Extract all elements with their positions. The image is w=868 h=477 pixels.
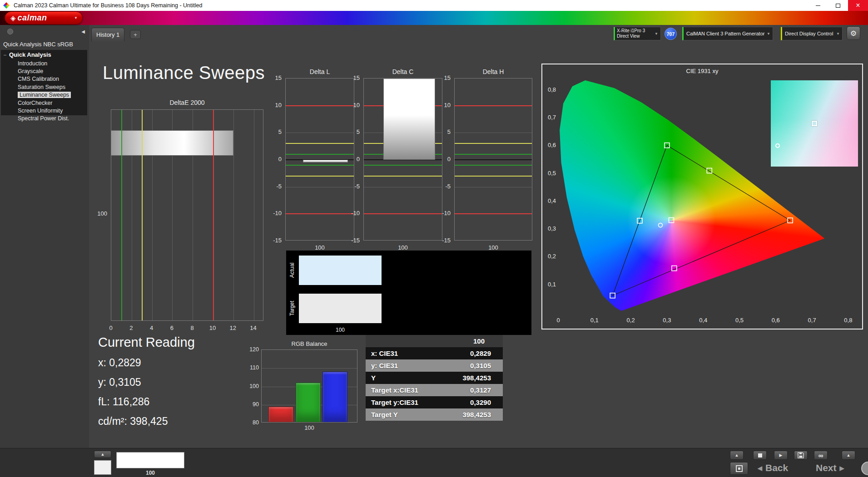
gridline: [233, 110, 234, 320]
next-button[interactable]: Next ▶: [816, 462, 844, 473]
table-row: Target x:CIE310,3127: [366, 384, 503, 396]
chevron-down-icon: ▼: [655, 32, 658, 36]
collapse-controls-button[interactable]: ▲: [730, 451, 744, 460]
pattern-generator-dropdown[interactable]: CalMAN Client 3 Pattern Generator ▼: [682, 27, 773, 40]
sidebar-item-spectral-power-dist[interactable]: Spectral Power Dist.: [1, 115, 87, 123]
pattern-preview[interactable]: [116, 452, 184, 468]
delta-h-chart: Delta H 100 151050-5-10-15: [436, 68, 532, 256]
gear-icon: ⚙: [850, 29, 857, 38]
y-tick-label: 5: [267, 128, 282, 135]
y-tick-label: 0,7: [543, 114, 556, 121]
cie-1931-chart: CIE 1931 xy 00,10,20,30,40,50,60,70,80,8…: [541, 64, 863, 329]
deltae-2000-chart: DeltaE 2000 100 02468101214: [93, 99, 270, 333]
calman-menu-button[interactable]: ◈ calman ▼: [5, 11, 83, 25]
next-arrow-icon: ▶: [840, 465, 844, 472]
reference-line: [121, 110, 122, 320]
pattern-level-label: 100: [116, 470, 184, 476]
stop-icon: [758, 453, 762, 457]
settings-button[interactable]: ⚙: [847, 26, 860, 40]
y-tick-label: -10: [345, 210, 360, 216]
sidebar-item-luminance-sweeps[interactable]: Luminance Sweeps: [1, 91, 87, 99]
play-button[interactable]: ▶: [774, 451, 788, 460]
display-control-dropdown[interactable]: Direct Display Control ▼: [781, 27, 843, 40]
x-tick-label: 0,3: [663, 317, 671, 324]
floppy-icon: [798, 452, 804, 458]
target-swatch: [299, 294, 382, 323]
chart-title: Delta H: [454, 68, 532, 75]
sidebar-item-saturation-sweeps[interactable]: Saturation Sweeps: [1, 83, 87, 91]
table-row-label: Target Y: [366, 411, 448, 418]
x-axis-label: 100: [261, 424, 357, 431]
x-axis-category-label: 100: [299, 327, 382, 333]
gridline: [455, 133, 532, 133]
inset-target-marker: [812, 121, 817, 126]
pattern-panel-expand-button[interactable]: ▲: [94, 451, 111, 458]
add-tab-button[interactable]: +: [130, 30, 141, 39]
save-button[interactable]: [794, 451, 808, 460]
gridline: [455, 187, 532, 187]
reference-line: [364, 213, 442, 214]
cie-inset-panel: [771, 80, 858, 167]
maximize-button[interactable]: [828, 0, 848, 11]
sidebar-item-label: Luminance Sweeps: [18, 92, 71, 98]
deltae-value-bar: [111, 130, 233, 156]
reference-line: [455, 154, 532, 155]
close-button[interactable]: ×: [848, 0, 868, 11]
gridline: [262, 368, 357, 369]
y-tick-label: 10: [345, 102, 360, 108]
sidebar-item-colorchecker[interactable]: ColorChecker: [1, 99, 87, 107]
sidebar-item-introduction[interactable]: Introduction: [1, 59, 87, 67]
next-label: Next: [816, 462, 837, 473]
back-arrow-icon: ◀: [758, 465, 762, 472]
y-tick-label: 0,3: [543, 225, 556, 232]
reference-line: [286, 105, 354, 106]
x-tick-label: 4: [150, 325, 153, 331]
y-tick-label: 15: [345, 74, 360, 81]
inset-measured-marker: [775, 143, 780, 148]
minimize-button[interactable]: [808, 0, 828, 11]
x-tick-label: 2: [129, 325, 133, 331]
rgb-bar-r: [268, 407, 293, 422]
sidebar-item-screen-uniformity[interactable]: Screen Uniformity: [1, 107, 87, 114]
reference-line: [286, 154, 354, 155]
x-tick-label: 0,1: [590, 317, 599, 324]
page-title: Luminance Sweeps: [103, 63, 265, 83]
y-tick-label: 0,2: [543, 253, 556, 260]
measured-point-marker: [659, 223, 663, 227]
x-tick-label: 0: [109, 325, 112, 331]
reference-line: [455, 165, 532, 166]
x-tick-label: 0,4: [699, 317, 707, 324]
chart-plot-area: [261, 349, 357, 423]
app-icon: [3, 2, 10, 9]
stop-button[interactable]: [753, 451, 767, 460]
gridline: [254, 110, 254, 320]
meter-dropdown[interactable]: X-Rite i1Pro 3 Direct View ▼: [614, 27, 661, 40]
y-tick-label: -10: [436, 210, 451, 216]
x-axis-label: 100: [363, 244, 442, 251]
chart-plot-area: [285, 78, 354, 241]
reference-line: [142, 110, 143, 320]
tab-history-1[interactable]: History 1: [91, 28, 124, 41]
chevron-down-icon: ▼: [767, 32, 770, 36]
sidebar-item-label: CMS Calibration: [18, 76, 59, 82]
sidebar-item-label: Spectral Power Dist.: [18, 115, 69, 122]
table-row-value: 0,3105: [448, 362, 503, 369]
sidebar-menu-button[interactable]: [7, 29, 13, 34]
pattern-window-button[interactable]: [730, 462, 748, 475]
workflow-tree-items: IntroductionGrayscaleCMS CalibrationSatu…: [1, 59, 87, 123]
y-tick-label: -5: [267, 183, 282, 190]
link-button[interactable]: ∞: [814, 451, 828, 460]
chevron-down-icon: ▼: [836, 32, 840, 36]
sidebar-collapse-button[interactable]: ◀: [79, 28, 87, 35]
reference-line: [286, 213, 354, 214]
back-button[interactable]: ◀ Back: [758, 462, 788, 473]
window-controls: ×: [808, 0, 868, 11]
sidebar-item-grayscale[interactable]: Grayscale: [1, 67, 87, 75]
y-tick-label: 0,5: [543, 170, 556, 177]
sidebar-item-cms-calibration[interactable]: CMS Calibration: [1, 75, 87, 83]
reference-line: [455, 176, 532, 177]
reading-cdm2: cd/m²: 398,425: [98, 415, 168, 428]
expand-right-panel-button[interactable]: ▲: [842, 451, 855, 460]
meter-count-badge[interactable]: 707: [665, 28, 677, 40]
sidebar-item-quick-analysis[interactable]: Quick Analysis: [1, 51, 87, 59]
